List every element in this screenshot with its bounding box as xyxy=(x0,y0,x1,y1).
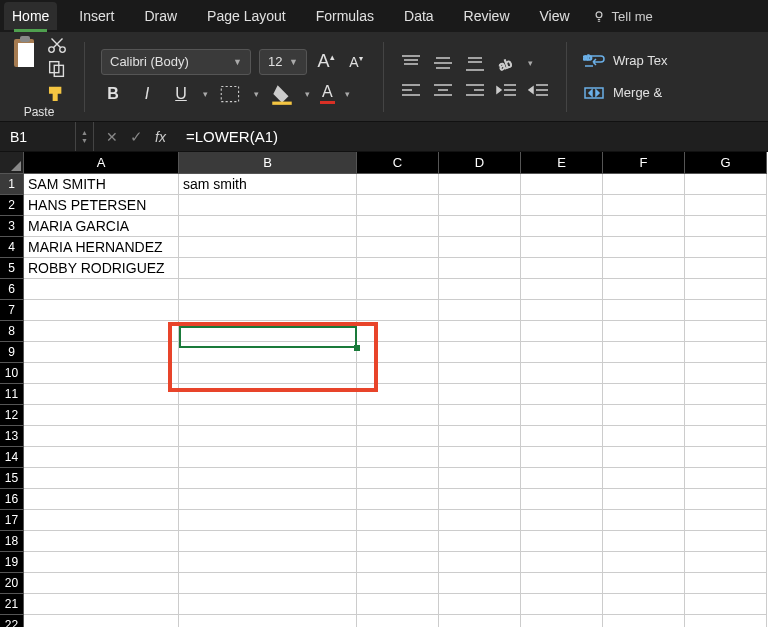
cell-C10[interactable] xyxy=(357,363,439,384)
cell-C1[interactable] xyxy=(357,174,439,195)
cell-G2[interactable] xyxy=(685,195,767,216)
align-right-icon[interactable] xyxy=(464,82,486,100)
cell-F20[interactable] xyxy=(603,573,685,594)
cell-D10[interactable] xyxy=(439,363,521,384)
cell-B7[interactable] xyxy=(179,300,357,321)
cell-E15[interactable] xyxy=(521,468,603,489)
cell-B9[interactable] xyxy=(179,342,357,363)
copy-icon[interactable] xyxy=(46,59,68,79)
cell-F22[interactable] xyxy=(603,615,685,627)
cell-C6[interactable] xyxy=(357,279,439,300)
cell-F11[interactable] xyxy=(603,384,685,405)
formula-input[interactable] xyxy=(178,128,768,145)
cell-D2[interactable] xyxy=(439,195,521,216)
cell-C9[interactable] xyxy=(357,342,439,363)
cell-A12[interactable] xyxy=(24,405,179,426)
cell-F4[interactable] xyxy=(603,237,685,258)
cell-A6[interactable] xyxy=(24,279,179,300)
tab-view[interactable]: View xyxy=(532,2,578,30)
cell-F14[interactable] xyxy=(603,447,685,468)
font-color-icon[interactable]: A xyxy=(320,83,335,104)
cell-F13[interactable] xyxy=(603,426,685,447)
tab-draw[interactable]: Draw xyxy=(136,2,185,30)
cell-D8[interactable] xyxy=(439,321,521,342)
column-header-F[interactable]: F xyxy=(603,152,685,174)
cell-F15[interactable] xyxy=(603,468,685,489)
row-header-19[interactable]: 19 xyxy=(0,552,24,573)
cell-A19[interactable] xyxy=(24,552,179,573)
fill-color-icon[interactable] xyxy=(269,83,295,105)
cell-F12[interactable] xyxy=(603,405,685,426)
cell-D7[interactable] xyxy=(439,300,521,321)
borders-icon[interactable] xyxy=(218,83,244,105)
cell-A21[interactable] xyxy=(24,594,179,615)
cell-F21[interactable] xyxy=(603,594,685,615)
cell-C14[interactable] xyxy=(357,447,439,468)
cell-E9[interactable] xyxy=(521,342,603,363)
cell-C22[interactable] xyxy=(357,615,439,627)
cell-C3[interactable] xyxy=(357,216,439,237)
font-size-select[interactable]: 12 ▼ xyxy=(259,49,307,75)
cell-A2[interactable]: HANS PETERSEN xyxy=(24,195,179,216)
cell-D16[interactable] xyxy=(439,489,521,510)
cell-B15[interactable] xyxy=(179,468,357,489)
tab-formulas[interactable]: Formulas xyxy=(308,2,382,30)
cell-C17[interactable] xyxy=(357,510,439,531)
cell-G18[interactable] xyxy=(685,531,767,552)
cell-B20[interactable] xyxy=(179,573,357,594)
cell-C20[interactable] xyxy=(357,573,439,594)
row-header-3[interactable]: 3 xyxy=(0,216,24,237)
tab-page-layout[interactable]: Page Layout xyxy=(199,2,294,30)
align-top-icon[interactable] xyxy=(400,54,422,72)
wrap-text-button[interactable]: ab Wrap Tex xyxy=(583,52,667,70)
cell-G13[interactable] xyxy=(685,426,767,447)
row-header-14[interactable]: 14 xyxy=(0,447,24,468)
tab-data[interactable]: Data xyxy=(396,2,442,30)
cell-E19[interactable] xyxy=(521,552,603,573)
cell-B14[interactable] xyxy=(179,447,357,468)
cell-E11[interactable] xyxy=(521,384,603,405)
enter-formula-icon[interactable]: ✓ xyxy=(130,128,143,146)
cell-A5[interactable]: ROBBY RODRIGUEZ xyxy=(24,258,179,279)
cell-B6[interactable] xyxy=(179,279,357,300)
cell-E6[interactable] xyxy=(521,279,603,300)
cell-C13[interactable] xyxy=(357,426,439,447)
cell-E12[interactable] xyxy=(521,405,603,426)
cell-C16[interactable] xyxy=(357,489,439,510)
cell-G17[interactable] xyxy=(685,510,767,531)
tab-review[interactable]: Review xyxy=(456,2,518,30)
row-header-16[interactable]: 16 xyxy=(0,489,24,510)
cell-B13[interactable] xyxy=(179,426,357,447)
cell-E20[interactable] xyxy=(521,573,603,594)
bold-button[interactable]: B xyxy=(101,85,125,103)
cell-A15[interactable] xyxy=(24,468,179,489)
row-header-2[interactable]: 2 xyxy=(0,195,24,216)
cell-G8[interactable] xyxy=(685,321,767,342)
cell-C21[interactable] xyxy=(357,594,439,615)
cell-E14[interactable] xyxy=(521,447,603,468)
row-header-5[interactable]: 5 xyxy=(0,258,24,279)
decrease-indent-icon[interactable] xyxy=(496,82,518,100)
cell-B18[interactable] xyxy=(179,531,357,552)
cell-G5[interactable] xyxy=(685,258,767,279)
cell-D17[interactable] xyxy=(439,510,521,531)
cell-B10[interactable] xyxy=(179,363,357,384)
cell-A7[interactable] xyxy=(24,300,179,321)
cell-B12[interactable] xyxy=(179,405,357,426)
cell-B8[interactable] xyxy=(179,321,357,342)
chevron-down-icon[interactable]: ▾ xyxy=(345,89,350,99)
cell-D6[interactable] xyxy=(439,279,521,300)
cell-G9[interactable] xyxy=(685,342,767,363)
cell-C4[interactable] xyxy=(357,237,439,258)
cell-C2[interactable] xyxy=(357,195,439,216)
chevron-down-icon[interactable]: ▾ xyxy=(254,89,259,99)
cell-C11[interactable] xyxy=(357,384,439,405)
cell-C8[interactable] xyxy=(357,321,439,342)
font-name-select[interactable]: Calibri (Body) ▼ xyxy=(101,49,251,75)
cell-D21[interactable] xyxy=(439,594,521,615)
cell-C18[interactable] xyxy=(357,531,439,552)
select-all-corner[interactable] xyxy=(0,152,24,174)
cell-D14[interactable] xyxy=(439,447,521,468)
cell-D19[interactable] xyxy=(439,552,521,573)
cell-A22[interactable] xyxy=(24,615,179,627)
